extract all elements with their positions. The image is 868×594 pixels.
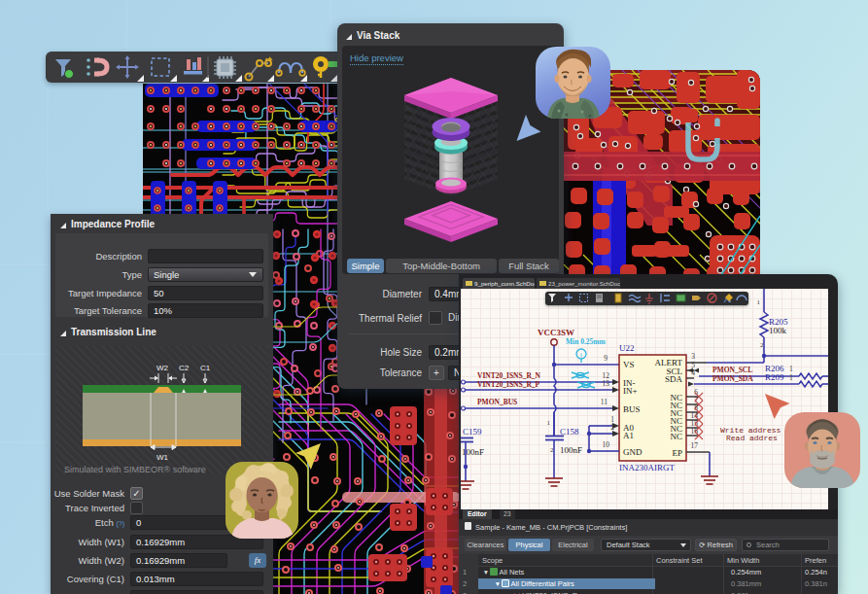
svg-text:GND: GND [623,447,642,457]
svg-text:W2: W2 [156,364,169,372]
svg-text:10: 10 [603,440,610,449]
svg-text:i: i [580,351,582,359]
svg-text:NC: NC [670,432,682,441]
svg-text:C159: C159 [463,427,482,437]
svg-text:PMON_BUS: PMON_BUS [477,398,517,406]
svg-text:1: 1 [757,298,761,306]
svg-text:INA230AIRGT: INA230AIRGT [619,463,675,472]
svg-text:VS: VS [623,360,635,369]
svg-text:PMON_SDA: PMON_SDA [712,374,753,383]
svg-text:PMON_SCL: PMON_SCL [712,366,752,374]
svg-text:BUS: BUS [623,404,641,414]
svg-text:W1: W1 [156,453,169,462]
svg-text:EP: EP [672,448,682,458]
svg-text:1: 1 [789,365,793,373]
svg-text:100k: 100k [769,326,787,335]
svg-text:1: 1 [789,373,793,382]
svg-text:SDA: SDA [665,374,683,384]
svg-text:VINT20_ISNS_R_N: VINT20_ISNS_R_N [477,371,541,380]
svg-text:2: 2 [610,423,614,432]
svg-text:C158: C158 [560,427,579,437]
svg-text:C2: C2 [179,364,190,372]
svg-text:C1: C1 [200,364,211,372]
svg-text:R209: R209 [765,372,784,382]
svg-text:2: 2 [760,341,764,349]
svg-text:100nF: 100nF [560,445,582,455]
svg-text:1: 1 [547,419,551,427]
svg-text:13: 13 [603,379,610,388]
svg-text:A1: A1 [623,431,634,440]
svg-text:11: 11 [601,398,608,406]
svg-text:9: 9 [604,354,608,363]
svg-text:4: 4 [691,368,695,377]
svg-text:U22: U22 [619,343,635,353]
svg-text:Read addres: Read addres [726,434,778,442]
svg-text:VCC3SW: VCC3SW [538,328,574,337]
svg-text:IN+: IN+ [623,386,638,396]
svg-text:17: 17 [691,441,699,450]
svg-text:Min 0.25mm: Min 0.25mm [566,337,607,346]
svg-text:VINT20_ISNS_R_P: VINT20_ISNS_R_P [477,380,540,389]
svg-text:3: 3 [691,352,695,361]
